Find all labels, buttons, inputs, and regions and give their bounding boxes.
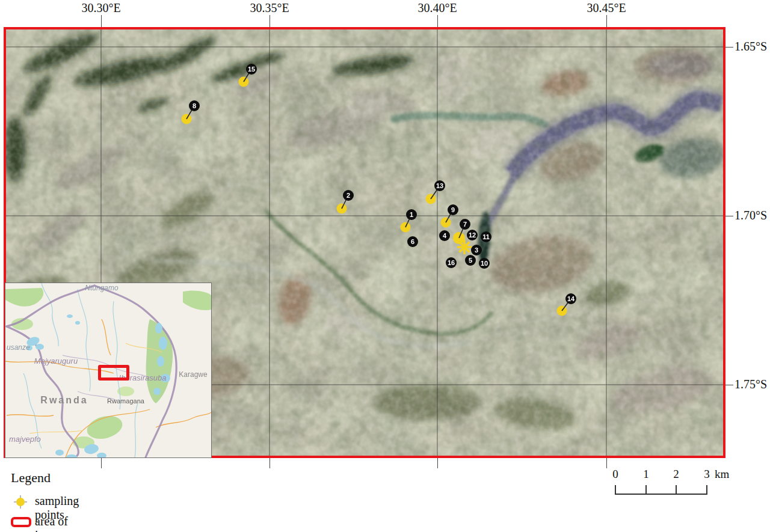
inset-overview-map: NtungamousanzeMajyaruguruIburasirasubaKa… <box>5 283 212 458</box>
longitude-tick <box>101 15 102 27</box>
sampling-point-icon <box>14 495 27 509</box>
scale-bar: 0123km <box>608 466 764 503</box>
sampling-point-number-7: 7 <box>463 221 467 228</box>
longitude-label: 30.35°E <box>250 1 289 15</box>
sampling-point-number-8: 8 <box>192 102 196 109</box>
latitude-label: 1.70°S <box>735 209 767 222</box>
longitude-tick <box>606 15 607 27</box>
sampling-point-number-13: 13 <box>436 182 443 189</box>
inset-aoi-rectangle <box>98 365 129 381</box>
sampling-point-number-2: 2 <box>346 192 350 199</box>
sampling-point-number-3: 3 <box>475 246 478 254</box>
sampling-point-number-4: 4 <box>443 232 447 239</box>
longitude-label: 30.30°E <box>81 1 120 15</box>
sampling-point-number-5: 5 <box>469 257 472 264</box>
sampling-point-number-11: 11 <box>482 233 490 240</box>
legend-label: area of interest <box>35 515 70 532</box>
latitude-label: 1.65°S <box>735 40 767 54</box>
latitude-label: 1.75°S <box>735 378 767 391</box>
longitude-tick-bottom <box>101 458 102 468</box>
latitude-tick <box>725 47 733 47</box>
scalebar-number: 3 <box>704 468 710 481</box>
longitude-tick <box>437 15 438 27</box>
study-area-figure: 30.30°E30.35°E30.40°E30.45°E 1.65°S1.70°… <box>0 0 770 532</box>
longitude-label: 30.45°E <box>587 1 626 15</box>
longitude-label: 30.40°E <box>417 1 457 15</box>
longitude-tick-bottom <box>437 458 438 468</box>
legend: Legend sampling points area of interest <box>11 470 51 530</box>
sampling-point-number-12: 12 <box>469 231 476 239</box>
scalebar-line <box>615 494 707 495</box>
legend-title: Legend <box>11 470 51 486</box>
legend-item-area-of-interest: area of interest <box>11 515 51 530</box>
aoi-rectangle-icon <box>11 517 31 527</box>
sampling-point-number-16: 16 <box>448 259 455 266</box>
longitude-tick-bottom <box>606 458 607 468</box>
longitude-tick <box>270 15 270 27</box>
longitude-tick-bottom <box>270 458 270 468</box>
latitude-tick <box>725 385 733 385</box>
sampling-star-center <box>463 245 467 249</box>
sampling-point-number-9: 9 <box>451 206 455 213</box>
sampling-point-number-6: 6 <box>411 238 414 245</box>
latitude-tick <box>725 216 733 216</box>
sampling-point-number-1: 1 <box>410 211 413 218</box>
sampling-point-number-15: 15 <box>248 66 255 73</box>
legend-item-sampling-points: sampling points <box>11 494 51 510</box>
sampling-point-number-14: 14 <box>567 295 575 302</box>
sampling-point-number-10: 10 <box>481 260 488 267</box>
scalebar-unit: km <box>715 468 729 481</box>
scalebar-number: 2 <box>673 468 679 481</box>
scalebar-number: 1 <box>643 468 649 481</box>
scalebar-number: 0 <box>612 468 618 481</box>
